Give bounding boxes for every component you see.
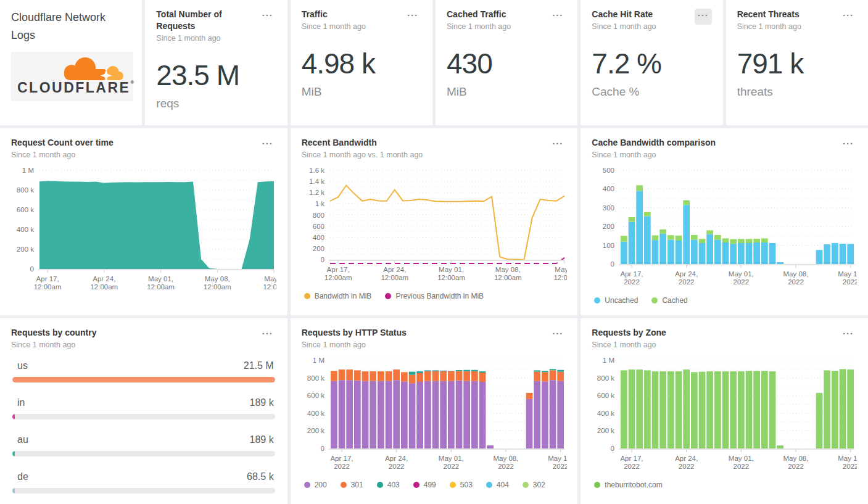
- bar-segment[interactable]: [629, 221, 635, 263]
- bar-segment[interactable]: [385, 381, 392, 448]
- chart-request-count[interactable]: 1 M800 k600 k400 k200 k0Apr 17,12:00amAp…: [11, 165, 276, 299]
- bar-segment[interactable]: [761, 371, 768, 448]
- bar-segment[interactable]: [676, 236, 682, 241]
- chart-canvas[interactable]: 1 M800 k600 k400 k200 k0Apr 17,2022Apr 2…: [592, 355, 857, 476]
- bar-segment[interactable]: [832, 243, 838, 264]
- legend-item[interactable]: 404: [486, 481, 509, 489]
- bar-segment[interactable]: [432, 371, 439, 381]
- bar-segment[interactable]: [471, 370, 478, 371]
- bar-segment[interactable]: [644, 370, 651, 448]
- chart-requests-by-zone[interactable]: 1 M800 k600 k400 k200 k0Apr 17,2022Apr 2…: [592, 355, 857, 489]
- bar-segment[interactable]: [338, 370, 345, 380]
- bar-segment[interactable]: [440, 371, 447, 371]
- bar-segment[interactable]: [378, 381, 384, 448]
- bar-segment[interactable]: [385, 371, 392, 381]
- bar-segment[interactable]: [832, 371, 838, 448]
- bar-segment[interactable]: [824, 244, 831, 264]
- bar-segment[interactable]: [707, 371, 714, 448]
- bar-segment[interactable]: [370, 371, 376, 381]
- panel-menu-button[interactable]: ···: [549, 137, 566, 153]
- panel-menu-button[interactable]: ···: [840, 327, 857, 343]
- bar-segment[interactable]: [637, 185, 643, 191]
- bar-segment[interactable]: [848, 370, 854, 448]
- bar-segment[interactable]: [699, 243, 706, 264]
- bar-segment[interactable]: [542, 371, 548, 372]
- panel-menu-button[interactable]: ···: [840, 9, 857, 25]
- bar-segment[interactable]: [463, 370, 470, 371]
- legend-item[interactable]: 499: [413, 481, 436, 489]
- bar-segment[interactable]: [652, 240, 659, 264]
- legend-item[interactable]: theburritobot.com: [594, 481, 662, 489]
- bar-segment[interactable]: [362, 381, 368, 448]
- bar-segment[interactable]: [448, 371, 455, 381]
- bar-segment[interactable]: [777, 262, 784, 264]
- chart-cache-bandwidth[interactable]: 5004003002001000Apr 17,2022Apr 24,2022Ma…: [592, 165, 857, 305]
- legend-item[interactable]: Uncached: [594, 296, 638, 305]
- bar-segment[interactable]: [652, 371, 659, 448]
- bar-segment[interactable]: [393, 370, 400, 380]
- chart-canvas[interactable]: 1 M800 k600 k400 k200 k0Apr 17,12:00amAp…: [11, 165, 276, 296]
- country-bar[interactable]: [12, 451, 15, 456]
- bar-segment[interactable]: [668, 235, 674, 239]
- bar-segment[interactable]: [354, 370, 361, 380]
- bar-segment[interactable]: [526, 393, 532, 399]
- panel-menu-button[interactable]: ···: [259, 9, 276, 25]
- bar-segment[interactable]: [621, 241, 627, 264]
- bar-segment[interactable]: [769, 371, 776, 448]
- legend-item[interactable]: 403: [377, 481, 400, 489]
- bar-segment[interactable]: [401, 381, 408, 448]
- bar-segment[interactable]: [660, 234, 667, 264]
- bar-segment[interactable]: [746, 239, 753, 243]
- bar-segment[interactable]: [534, 371, 540, 381]
- bar-segment[interactable]: [440, 371, 447, 381]
- bar-segment[interactable]: [479, 371, 486, 373]
- legend-item[interactable]: Bandwidth in MiB: [304, 292, 372, 300]
- bar-segment[interactable]: [637, 191, 643, 264]
- bar-segment[interactable]: [408, 383, 415, 448]
- bar-segment[interactable]: [346, 380, 353, 448]
- chart-recent-bandwidth[interactable]: 1.6 k1.4 k1.2 k1 k8006004002000Apr 17,12…: [302, 165, 567, 300]
- panel-menu-button[interactable]: ···: [549, 327, 566, 343]
- bar-segment[interactable]: [557, 370, 564, 372]
- bar-segment[interactable]: [816, 393, 823, 448]
- bar-segment[interactable]: [471, 381, 478, 448]
- bar-segment[interactable]: [714, 235, 721, 240]
- bar-segment[interactable]: [346, 370, 353, 380]
- bar-segment[interactable]: [824, 370, 831, 448]
- bar-segment[interactable]: [401, 372, 408, 381]
- bar-segment[interactable]: [754, 242, 761, 264]
- bar-segment[interactable]: [761, 238, 768, 242]
- bar-segment[interactable]: [487, 445, 494, 448]
- bar-segment[interactable]: [424, 370, 431, 371]
- bar-segment[interactable]: [621, 236, 627, 241]
- bar-segment[interactable]: [354, 381, 361, 448]
- bar-segment[interactable]: [777, 445, 784, 448]
- bar-segment[interactable]: [463, 381, 470, 448]
- bar-segment[interactable]: [424, 381, 431, 448]
- bar-segment[interactable]: [370, 381, 376, 448]
- bar-segment[interactable]: [707, 234, 714, 264]
- bar-segment[interactable]: [754, 239, 761, 242]
- bar-segment[interactable]: [448, 371, 455, 371]
- area-series[interactable]: [39, 181, 274, 269]
- bar-segment[interactable]: [557, 381, 564, 448]
- bar-segment[interactable]: [629, 370, 635, 448]
- bar-segment[interactable]: [479, 382, 486, 448]
- bar-segment[interactable]: [471, 371, 478, 381]
- panel-menu-button[interactable]: ···: [259, 137, 276, 153]
- bar-segment[interactable]: [440, 381, 447, 448]
- bar-segment[interactable]: [660, 371, 667, 448]
- bar-segment[interactable]: [714, 371, 721, 448]
- bar-segment[interactable]: [684, 200, 690, 205]
- bar-segment[interactable]: [730, 371, 737, 448]
- bar-segment[interactable]: [660, 229, 667, 234]
- country-bar[interactable]: [12, 377, 275, 382]
- bar-segment[interactable]: [463, 371, 470, 381]
- panel-menu-button[interactable]: ···: [259, 327, 276, 343]
- bar-segment[interactable]: [707, 230, 714, 234]
- bar-segment[interactable]: [432, 381, 439, 448]
- bar-segment[interactable]: [416, 373, 423, 382]
- bar-segment[interactable]: [730, 244, 737, 264]
- bar-segment[interactable]: [691, 239, 698, 264]
- bar-segment[interactable]: [455, 381, 462, 448]
